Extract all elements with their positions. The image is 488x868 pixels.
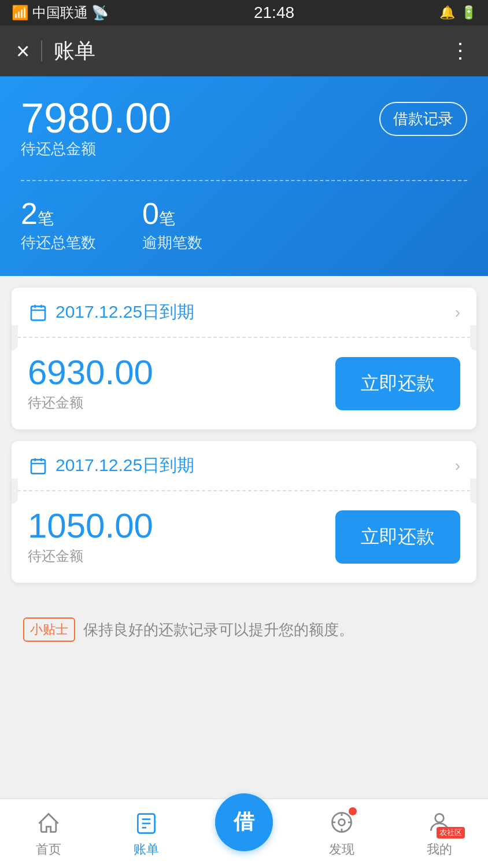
card-body-1: 6930.00 待还金额 立即还款: [12, 338, 476, 429]
bottom-nav: 首页 账单 借: [0, 799, 488, 868]
loan-amount-label-2: 待还金额: [28, 547, 153, 565]
discover-label: 发现: [329, 841, 354, 858]
tips-section: 小贴士 保持良好的还款记录可以提升您的额度。: [12, 606, 476, 653]
loan-amount-1: 6930.00: [28, 355, 153, 390]
nav-mine[interactable]: 农社区 我的: [390, 810, 488, 858]
loan-card-2: 2017.12.25日到期 › 1050.00 待还金额 立即还款: [12, 441, 476, 583]
wifi-icon: 📡: [91, 5, 109, 21]
total-amount-label: 待还总金额: [21, 139, 171, 159]
chevron-icon-2: ›: [455, 457, 460, 475]
svg-point-18: [435, 814, 443, 822]
summary-section: 7980.00 待还总金额 借款记录 2笔 待还总笔数 0笔 逾期笔数: [0, 76, 488, 276]
pending-unit: 笔: [38, 209, 54, 227]
calendar-icon-1: [28, 302, 49, 323]
tips-badge: 小贴士: [23, 617, 75, 642]
notification-dot: [349, 807, 357, 815]
card-header-1[interactable]: 2017.12.25日到期 ›: [12, 288, 476, 338]
home-label: 首页: [36, 841, 61, 858]
home-icon: [35, 810, 62, 837]
repay-button-2[interactable]: 立即还款: [335, 510, 460, 564]
summary-divider: [21, 180, 467, 181]
header-divider: [41, 41, 42, 61]
more-menu-button[interactable]: ⋮: [450, 39, 472, 63]
pending-stat: 2笔 待还总笔数: [21, 197, 96, 253]
repay-button-1[interactable]: 立即还款: [335, 357, 460, 410]
content-area: 2017.12.25日到期 › 6930.00 待还金额 立即还款: [0, 276, 488, 723]
loan-amount-2: 1050.00: [28, 509, 153, 543]
borrow-text: 借: [234, 808, 254, 836]
status-time: 21:48: [254, 3, 294, 22]
card-header-2[interactable]: 2017.12.25日到期 ›: [12, 441, 476, 491]
discover-icon: [328, 810, 356, 837]
community-badge: 农社区: [437, 827, 465, 838]
tips-text: 保持良好的还款记录可以提升您的额度。: [83, 620, 354, 640]
app-header: × 账单 ⋮: [0, 25, 488, 76]
pending-count: 2: [21, 197, 38, 230]
carrier-label: 中国联通: [32, 3, 88, 22]
close-button[interactable]: ×: [16, 38, 29, 64]
nav-home[interactable]: 首页: [0, 810, 98, 858]
overdue-count: 0: [142, 197, 159, 230]
loan-card-1: 2017.12.25日到期 › 6930.00 待还金额 立即还款: [12, 288, 476, 429]
calendar-icon-2: [28, 455, 49, 476]
mine-label: 我的: [427, 841, 452, 858]
battery-icon: 🔋: [461, 5, 476, 20]
overdue-stat: 0笔 逾期笔数: [142, 197, 202, 253]
due-date-2: 2017.12.25日到期: [56, 454, 194, 477]
chevron-icon-1: ›: [455, 303, 460, 322]
overdue-label: 逾期笔数: [142, 233, 202, 253]
mine-icon: 农社区: [426, 810, 453, 837]
status-left: 📶 中国联通 📡: [12, 3, 109, 22]
nav-borrow[interactable]: 借: [195, 816, 293, 851]
notification-icon: 🔔: [439, 5, 455, 20]
borrow-circle: 借: [215, 793, 273, 851]
svg-point-13: [338, 819, 345, 825]
total-amount: 7980.00: [21, 97, 171, 139]
overdue-unit: 笔: [159, 209, 175, 227]
page-title: 账单: [54, 37, 95, 65]
status-bar: 📶 中国联通 📡 21:48 🔔 🔋: [0, 0, 488, 25]
status-right: 🔔 🔋: [439, 5, 476, 20]
loan-amount-label-1: 待还金额: [28, 393, 153, 412]
svg-rect-4: [31, 459, 45, 473]
bill-icon: [132, 810, 160, 837]
pending-label: 待还总笔数: [21, 233, 96, 253]
loan-record-button[interactable]: 借款记录: [379, 102, 467, 136]
summary-stats: 2笔 待还总笔数 0笔 逾期笔数: [21, 197, 467, 253]
nav-discover[interactable]: 发现: [293, 810, 390, 858]
signal-icon: 📶: [12, 5, 29, 21]
due-date-1: 2017.12.25日到期: [56, 300, 194, 324]
svg-rect-0: [31, 306, 45, 320]
bill-label: 账单: [134, 841, 159, 858]
nav-bill[interactable]: 账单: [98, 810, 195, 858]
card-body-2: 1050.00 待还金额 立即还款: [12, 491, 476, 583]
